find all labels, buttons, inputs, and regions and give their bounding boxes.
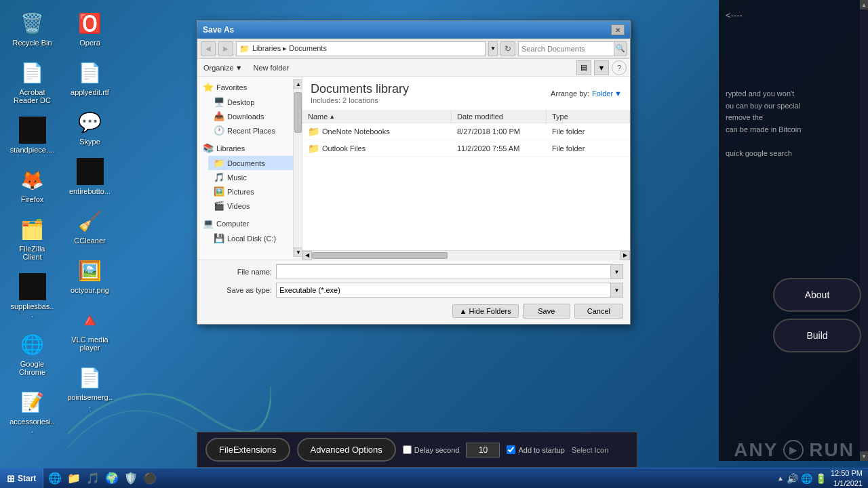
- nav-item-documents[interactable]: 📁 Documents: [208, 156, 293, 170]
- hide-folders-btn[interactable]: ▲ Hide Folders: [452, 304, 519, 318]
- view-toggle-btn[interactable]: ▤: [576, 60, 591, 75]
- desktop-icon-pointsemerg[interactable]: 📄 pointsemerg...: [64, 361, 115, 412]
- desktop-icon-acrobat[interactable]: 📄 Acrobat Reader DC: [7, 56, 58, 107]
- add-to-startup-checkbox[interactable]: [507, 445, 515, 454]
- nav-computer-header[interactable]: 💻 Computer: [197, 216, 293, 231]
- desktop-icon-accessories[interactable]: 📝 accessoriesi...: [7, 386, 58, 436]
- dialog-close-btn[interactable]: ✕: [611, 24, 625, 35]
- accessories-label: accessoriesi...: [9, 418, 55, 434]
- desktop-icon-filezilla[interactable]: 🗂️ FileZilla Client: [7, 213, 58, 264]
- file-extensions-btn[interactable]: FileExtensions: [205, 438, 290, 462]
- nav-scroll-thumb[interactable]: [294, 92, 302, 133]
- start-button[interactable]: ⊞ Start: [0, 468, 43, 489]
- nav-forward-btn[interactable]: ▶: [218, 41, 233, 56]
- desktop-icon-chrome[interactable]: 🌐 Google Chrome: [7, 328, 58, 379]
- view-dropdown-btn[interactable]: ▼: [594, 60, 609, 75]
- build-button[interactable]: Build: [773, 319, 861, 352]
- nav-item-desktop[interactable]: 🖥️ Desktop: [208, 95, 293, 109]
- tray-speaker-icon[interactable]: 🔊: [787, 473, 798, 484]
- desktop-icon-recycle-bin[interactable]: 🗑️ Recycle Bin: [7, 7, 58, 49]
- taskbar-ie-icon[interactable]: 🌐: [46, 470, 64, 487]
- search-input[interactable]: [519, 43, 614, 54]
- taskbar-explorer-icon[interactable]: 📁: [65, 470, 83, 487]
- search-box: 🔍: [518, 41, 627, 56]
- nav-item-downloads[interactable]: 📥 Downloads: [208, 109, 293, 123]
- save-as-type-input[interactable]: [276, 283, 611, 298]
- desktop-icon-ccleaner[interactable]: 🧹 CCleaner: [64, 205, 115, 247]
- cancel-button[interactable]: Cancel: [574, 304, 623, 319]
- select-icon-label[interactable]: Select Icon: [572, 446, 608, 454]
- refresh-btn[interactable]: ↻: [500, 41, 515, 56]
- file-name-dropdown-btn[interactable]: ▼: [611, 264, 623, 279]
- new-folder-btn[interactable]: New folder: [250, 62, 294, 73]
- right-panel-scroll-up[interactable]: ▲: [860, 0, 868, 9]
- vlc-label: VLC media player: [67, 336, 113, 352]
- col-header-date[interactable]: Date modified: [452, 110, 547, 123]
- nav-favorites-header[interactable]: ⭐ Favorites: [197, 79, 293, 95]
- search-btn[interactable]: 🔍: [614, 42, 626, 56]
- tray-arrow-icon[interactable]: ▲: [777, 474, 784, 482]
- desktop-icon-applyedit[interactable]: 📄 applyedit.rtf: [64, 56, 115, 99]
- save-as-type-dropdown-btn[interactable]: ▼: [611, 283, 623, 298]
- taskbar-norton-icon[interactable]: 🛡️: [122, 470, 140, 487]
- taskbar-chrome-taskbar-icon[interactable]: 🌍: [103, 470, 121, 487]
- delay-second-checkbox[interactable]: [403, 445, 412, 454]
- acrobat-label: Acrobat Reader DC: [9, 88, 55, 104]
- nav-back-btn[interactable]: ◀: [201, 41, 216, 56]
- chrome-icon: 🌐: [19, 331, 46, 358]
- panel-buttons-area: About Build: [773, 278, 861, 352]
- address-bar[interactable]: 📁 Libraries ▸ Documents: [236, 41, 486, 56]
- right-panel-scroll-down[interactable]: ▼: [860, 451, 868, 461]
- nav-item-videos[interactable]: 🎬 Videos: [208, 199, 293, 213]
- tray-battery-icon[interactable]: 🔋: [815, 473, 827, 484]
- about-button[interactable]: About: [773, 278, 861, 312]
- nav-item-music[interactable]: 🎵 Music: [208, 170, 293, 184]
- right-panel: ▲ ▼ <---- rypted and you won't ou can bu…: [719, 0, 868, 461]
- nav-item-local-disk[interactable]: 💾 Local Disk (C:): [208, 231, 293, 245]
- h-scroll-right-btn[interactable]: ▶: [620, 251, 630, 260]
- save-button[interactable]: Save: [523, 304, 570, 319]
- desktop-icon-skype[interactable]: 💬 Skype: [64, 106, 115, 148]
- nav-scrollbar: ▲ ▼: [293, 79, 302, 257]
- taskbar-misc-icon[interactable]: ⚫: [141, 470, 159, 487]
- desktop-icon-opera[interactable]: 🅾️ Opera: [64, 7, 115, 49]
- dialog-content: ⭐ Favorites 🖥️ Desktop 📥 Down: [197, 77, 630, 260]
- delay-value-input[interactable]: 10: [466, 443, 500, 458]
- taskbar-mediaplayer-icon[interactable]: 🎵: [84, 470, 102, 487]
- nav-scroll-down[interactable]: ▼: [294, 247, 302, 257]
- nav-libraries-header[interactable]: 📚 Libraries: [197, 140, 293, 156]
- skype-label: Skype: [79, 138, 100, 146]
- organize-label: Organize: [203, 64, 234, 72]
- save-as-dialog: Save As ✕ ◀ ▶ 📁 Libraries ▸ Documents ▼ …: [197, 20, 631, 325]
- h-scroll-thumb[interactable]: [312, 252, 448, 259]
- table-row[interactable]: 📁 OneNote Notebooks 8/27/2018 1:00 PM Fi…: [302, 123, 630, 140]
- arrange-by-dropdown[interactable]: Folder ▼: [592, 89, 622, 98]
- desktop-icon-standpiece[interactable]: standpiece....: [7, 114, 58, 157]
- vlc-icon: 🔺: [77, 306, 104, 333]
- h-scroll-left-btn[interactable]: ◀: [302, 251, 312, 260]
- desktop-icon-entirebutto[interactable]: entirebutto...: [64, 155, 115, 198]
- skype-icon: 💬: [77, 108, 104, 136]
- table-row[interactable]: 📁 Outlook Files 11/2/2020 7:55 AM File f…: [302, 140, 630, 157]
- dialog-footer: ▲ Hide Folders Save Cancel: [204, 301, 623, 320]
- address-dropdown-btn[interactable]: ▼: [488, 41, 498, 56]
- nav-scroll-up[interactable]: ▲: [294, 79, 302, 89]
- nav-item-pictures[interactable]: 🖼️ Pictures: [208, 184, 293, 199]
- col-header-type[interactable]: Type: [547, 110, 630, 123]
- help-btn[interactable]: ?: [612, 60, 627, 75]
- organize-btn[interactable]: Organize ▼: [201, 62, 245, 73]
- desktop-icon-octyour[interactable]: 🖼️ octyour.png: [64, 254, 115, 297]
- col-header-name[interactable]: Name ▲: [302, 110, 452, 123]
- sort-arrow-icon: ▲: [329, 113, 335, 120]
- organize-dropdown-icon: ▼: [235, 64, 243, 72]
- desktop-icon-vlc[interactable]: 🔺 VLC media player: [64, 304, 115, 354]
- advanced-options-btn[interactable]: Advanced Options: [297, 438, 396, 462]
- desktop-icon-supplies[interactable]: suppliesbas...: [7, 270, 58, 321]
- tray-network-icon[interactable]: 🌐: [801, 473, 812, 484]
- library-title: Documents library: [311, 82, 409, 96]
- desktop-icon-firefox[interactable]: 🦊 Firefox: [7, 163, 58, 206]
- file-name-input[interactable]: [276, 264, 611, 279]
- nav-item-recent-places[interactable]: 🕐 Recent Places: [208, 123, 293, 138]
- libraries-icon: 📚: [203, 143, 214, 153]
- firefox-label: Firefox: [21, 195, 44, 203]
